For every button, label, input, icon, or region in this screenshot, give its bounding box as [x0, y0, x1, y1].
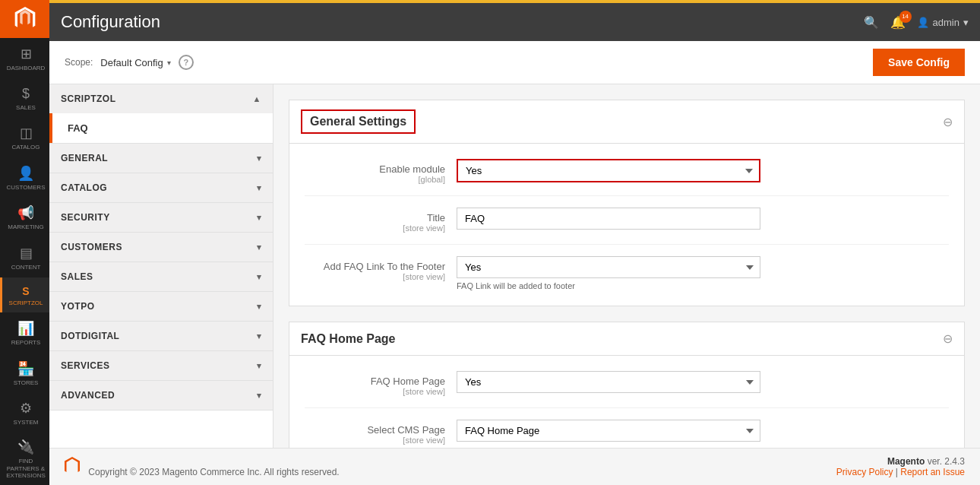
sidebar-item-scriptzol[interactable]: S SCRIPTZOL: [0, 277, 49, 313]
topbar: Configuration 🔍 🔔 14 👤 admin ▾: [49, 3, 980, 41]
main-content: Configuration 🔍 🔔 14 👤 admin ▾ Scope: De…: [49, 0, 980, 485]
copyright-text: Copyright © 2023 Magento Commerce Inc. A…: [88, 467, 339, 477]
general-section: GENERAL ▾: [49, 144, 273, 173]
sidebar-item-dashboard[interactable]: ⊞ DASHBOARD: [0, 38, 49, 78]
title-input[interactable]: [457, 208, 760, 230]
faq-home-page-body: FAQ Home Page [store view] Yes No: [289, 356, 964, 448]
chevron-down-icon: ▾: [257, 242, 262, 252]
sales-icon: $: [22, 86, 30, 102]
content-icon: ▤: [20, 245, 33, 262]
page-title: Configuration: [61, 12, 160, 32]
footer-magento-logo: [65, 467, 82, 477]
faq-home-page-select[interactable]: Yes No: [457, 371, 760, 393]
services-header[interactable]: SERVICES ▾: [49, 351, 273, 380]
stores-icon: 🏪: [17, 360, 34, 377]
footer-right: Magento ver. 2.4.3 Privacy Policy | Repo…: [836, 456, 965, 477]
catalog-header[interactable]: CATALOG ▾: [49, 173, 273, 202]
faq-link-select[interactable]: Yes No: [457, 256, 760, 278]
faq-menu-item[interactable]: FAQ: [49, 113, 273, 143]
sidebar-item-catalog[interactable]: ◫ CATALOG: [0, 117, 49, 157]
search-icon[interactable]: 🔍: [864, 15, 879, 30]
sidebar-item-customers[interactable]: 👤 CUSTOMERS: [0, 157, 49, 198]
sidebar-item-reports[interactable]: 📊 REPORTS: [0, 312, 49, 353]
system-icon: ⚙: [20, 400, 32, 417]
help-icon[interactable]: ?: [179, 55, 194, 70]
privacy-policy-link[interactable]: Privacy Policy: [836, 467, 893, 477]
enable-module-select[interactable]: Yes No: [457, 159, 760, 182]
collapse-icon[interactable]: ⊖: [943, 115, 953, 129]
scope-bar: Scope: Default Config ▾ ? Save Config: [49, 41, 980, 84]
services-section: SERVICES ▾: [49, 351, 273, 381]
collapse-icon[interactable]: ⊖: [943, 331, 953, 346]
enable-module-label: Enable module [global]: [305, 159, 457, 184]
chevron-down-icon: ▾: [257, 361, 262, 371]
chevron-down-icon: ▾: [257, 302, 262, 312]
faq-home-page-header[interactable]: FAQ Home Page ⊖: [289, 322, 964, 356]
customers-section: CUSTOMERS ▾: [49, 233, 273, 262]
report-issue-link[interactable]: Report an Issue: [900, 467, 965, 477]
faq-home-page-block: FAQ Home Page ⊖ FAQ Home Page [store vie…: [289, 322, 965, 448]
title-label: Title [store view]: [305, 208, 457, 233]
faq-home-page-row: FAQ Home Page [store view] Yes No: [305, 371, 949, 408]
general-settings-title: General Settings: [301, 109, 416, 134]
chevron-down-icon: ▾: [257, 183, 262, 193]
scriptzol-header[interactable]: SCRIPTZOL ▲: [49, 84, 273, 113]
sidebar-item-label: REPORTS: [11, 339, 41, 347]
security-header[interactable]: SECURITY ▾: [49, 203, 273, 232]
general-header[interactable]: GENERAL ▾: [49, 144, 273, 173]
admin-avatar-icon: 👤: [917, 17, 929, 28]
footer-links: Privacy Policy | Report an Issue: [836, 467, 965, 477]
admin-arrow-icon: ▾: [963, 17, 969, 28]
sidebar-item-label: CUSTOMERS: [7, 184, 46, 192]
dotdigital-label: DOTDIGITAL: [61, 331, 119, 341]
footer: Copyright © 2023 Magento Commerce Inc. A…: [49, 448, 980, 485]
sidebar-item-label: MARKETING: [8, 223, 44, 231]
sidebar-item-label: STORES: [14, 379, 39, 387]
sales-header[interactable]: SALES ▾: [49, 262, 273, 291]
services-label: SERVICES: [61, 360, 109, 371]
advanced-header[interactable]: ADVANCED ▾: [49, 381, 273, 410]
advanced-label: ADVANCED: [61, 390, 115, 401]
sidebar-item-stores[interactable]: 🏪 STORES: [0, 353, 49, 393]
faq-home-page-label: FAQ Home Page [store view]: [305, 371, 457, 396]
general-label: GENERAL: [61, 153, 108, 163]
admin-menu[interactable]: 👤 admin ▾: [917, 17, 969, 28]
sidebar-item-extensions[interactable]: 🔌 FIND PARTNERS & EXTENSIONS: [0, 433, 49, 485]
chevron-up-icon: ▲: [253, 94, 261, 103]
general-settings-header[interactable]: General Settings ⊖: [289, 100, 964, 144]
sales-label: SALES: [61, 271, 93, 282]
cms-page-select[interactable]: FAQ Home Page: [457, 420, 760, 442]
save-config-button[interactable]: Save Config: [873, 49, 965, 76]
general-settings-block: General Settings ⊖ Enable module [global…: [289, 100, 965, 306]
security-label: SECURITY: [61, 212, 110, 223]
customers-header[interactable]: CUSTOMERS ▾: [49, 233, 273, 262]
faq-link-label: Add FAQ Link To the Footer [store view]: [305, 256, 457, 281]
scope-label: Scope:: [65, 57, 93, 68]
enable-module-row: Enable module [global] Yes No: [305, 159, 949, 196]
cms-page-row: Select CMS Page [store view] FAQ Home Pa…: [305, 420, 949, 448]
yotpo-header[interactable]: YOTPO ▾: [49, 292, 273, 321]
faq-home-page-field: Yes No: [457, 371, 949, 393]
sidebar-item-content[interactable]: ▤ CONTENT: [0, 237, 49, 277]
magento-logo[interactable]: [0, 0, 49, 38]
footer-magento-label: Magento: [887, 456, 925, 467]
sidebar-item-system[interactable]: ⚙ SYSTEM: [0, 392, 49, 433]
faq-link-row: Add FAQ Link To the Footer [store view] …: [305, 256, 949, 290]
scope-caret-icon: ▾: [167, 59, 171, 67]
sidebar-item-marketing[interactable]: 📢 MARKETING: [0, 197, 49, 237]
cms-page-field: FAQ Home Page: [457, 420, 949, 442]
sidebar-item-label: SYSTEM: [14, 419, 39, 426]
sidebar-item-sales[interactable]: $ SALES: [0, 78, 49, 118]
dotdigital-header[interactable]: DOTDIGITAL ▾: [49, 322, 273, 350]
admin-label: admin: [933, 17, 959, 28]
faq-home-page-title: FAQ Home Page: [301, 332, 395, 346]
left-panel: SCRIPTZOL ▲ FAQ GENERAL ▾ CATALOG ▾: [49, 84, 273, 448]
notification-bell[interactable]: 🔔 14: [890, 15, 906, 30]
catalog-section: CATALOG ▾: [49, 173, 273, 203]
sales-section: SALES ▾: [49, 262, 273, 292]
help-char: ?: [183, 58, 188, 67]
faq-link-hint: FAQ Link will be added to footer: [457, 281, 949, 290]
marketing-icon: 📢: [17, 204, 34, 221]
title-row: Title [store view]: [305, 208, 949, 245]
scope-dropdown[interactable]: Default Config ▾: [100, 57, 170, 68]
